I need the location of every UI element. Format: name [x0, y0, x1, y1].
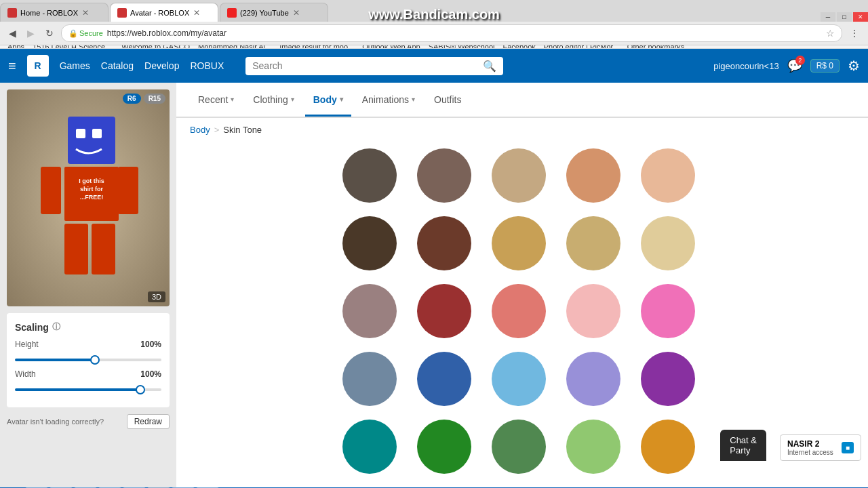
color-grid — [190, 148, 854, 474]
nav-robux-link[interactable]: ROBUX — [190, 60, 224, 71]
tab-home[interactable]: Home - ROBLOX ✕ — [0, 3, 108, 22]
color-swatch[interactable] — [492, 352, 546, 406]
svg-rect-10 — [92, 224, 115, 274]
color-swatch[interactable] — [342, 352, 397, 406]
tab-close-youtube[interactable]: ✕ — [293, 8, 300, 18]
svg-rect-2 — [92, 129, 102, 138]
extensions-button[interactable]: ⋮ — [846, 26, 863, 40]
tab-recent[interactable]: Recent ▾ — [190, 85, 242, 117]
color-swatch[interactable] — [566, 352, 620, 406]
tab-animations[interactable]: Animations ▾ — [354, 85, 423, 117]
color-swatch[interactable] — [566, 216, 620, 270]
breadcrumb-body-link[interactable]: Body — [190, 125, 210, 135]
browser-frame: www.Bandicam.com Home - ROBLOX ✕ Avatar … — [0, 0, 868, 488]
color-swatch[interactable] — [417, 284, 471, 338]
nav-develop-link[interactable]: Develop — [144, 60, 179, 71]
minimize-button[interactable]: ─ — [821, 12, 835, 22]
breadcrumb-current: Skin Tone — [223, 125, 262, 135]
robux-label: R$ 0 — [816, 61, 833, 70]
height-label: Height — [15, 340, 39, 349]
tab-title-home: Home - ROBLOX — [20, 9, 78, 17]
height-slider[interactable] — [15, 359, 161, 361]
redraw-button[interactable]: Redraw — [127, 414, 170, 429]
tab-avatar[interactable]: Avatar - ROBLOX ✕ — [110, 3, 218, 22]
roblox-logo-letter: R — [35, 60, 41, 71]
badge-r6[interactable]: R6 — [123, 94, 141, 104]
robux-balance[interactable]: R$ 0 — [810, 59, 840, 73]
color-swatch[interactable] — [641, 352, 695, 406]
avatar-svg: I got this shirt for ...FREE! — [27, 110, 149, 286]
color-swatch[interactable] — [342, 284, 397, 338]
color-swatch[interactable] — [342, 420, 397, 474]
search-input[interactable] — [252, 60, 479, 71]
height-value: 100% — [140, 340, 161, 349]
color-swatch[interactable] — [342, 148, 397, 203]
tab-favicon-home — [7, 8, 17, 18]
color-swatch[interactable] — [641, 420, 695, 474]
color-swatch[interactable] — [492, 420, 546, 474]
tab-outfits[interactable]: Outfits — [426, 85, 469, 117]
nav-search-box[interactable]: 🔍 — [245, 57, 503, 75]
color-swatch[interactable] — [492, 216, 546, 270]
tab-clothing[interactable]: Clothing ▾ — [245, 85, 302, 117]
color-swatch[interactable] — [492, 148, 546, 203]
tab-favicon-youtube — [227, 8, 237, 18]
bookmark-star-icon[interactable]: ☆ — [826, 28, 835, 39]
refresh-button[interactable]: ↻ — [42, 26, 57, 40]
tab-title-avatar: Avatar - ROBLOX — [130, 9, 189, 17]
scaling-title: Scaling ⓘ — [15, 321, 161, 333]
category-tabs: Recent ▾ Clothing ▾ Body ▾ Animations ▾ — [176, 83, 868, 118]
roblox-logo[interactable]: R — [27, 55, 49, 77]
tab-favicon-avatar — [117, 8, 127, 18]
nasir-status: Internet access — [787, 449, 833, 456]
tab-close-home[interactable]: ✕ — [82, 8, 89, 18]
svg-rect-8 — [118, 167, 138, 214]
color-swatch[interactable] — [417, 148, 471, 203]
animations-arrow-icon: ▾ — [412, 96, 415, 103]
color-swatch[interactable] — [417, 216, 471, 270]
color-swatch[interactable] — [641, 216, 695, 270]
nasir-online-button[interactable]: ■ — [842, 442, 854, 453]
hamburger-menu-icon[interactable]: ≡ — [8, 58, 16, 74]
main-content: R6 R15 I got this — [0, 83, 868, 487]
address-input[interactable]: 🔒 Secure https://web.roblox.com/my/avata… — [61, 24, 842, 42]
width-label: Width — [15, 369, 36, 379]
color-swatch[interactable] — [566, 284, 620, 338]
back-button[interactable]: ◀ — [5, 26, 20, 40]
color-swatch[interactable] — [641, 148, 695, 203]
chat-icon[interactable]: 💬 2 — [787, 58, 802, 73]
badge-r15[interactable]: R15 — [144, 94, 165, 104]
width-value: 100% — [140, 369, 161, 379]
search-button[interactable]: 🔍 — [483, 60, 496, 73]
color-swatch[interactable] — [492, 284, 546, 338]
color-swatch[interactable] — [417, 352, 471, 406]
info-icon[interactable]: ⓘ — [52, 321, 60, 333]
settings-icon[interactable]: ⚙ — [848, 58, 860, 74]
color-swatch[interactable] — [641, 284, 695, 338]
recent-arrow-icon: ▾ — [231, 96, 234, 103]
badge-3d: 3D — [148, 291, 165, 302]
color-swatch[interactable] — [566, 420, 620, 474]
nav-games-link[interactable]: Games — [60, 60, 90, 71]
color-swatch[interactable] — [566, 148, 620, 203]
breadcrumb: Body > Skin Tone — [176, 118, 868, 142]
nav-right-section: pigeoncourin<13 💬 2 R$ 0 ⚙ — [713, 58, 860, 74]
chat-party-panel[interactable]: Chat & Party — [720, 430, 766, 461]
svg-rect-1 — [76, 129, 85, 138]
color-swatch[interactable] — [417, 420, 471, 474]
avatar-badges: R6 R15 — [123, 94, 165, 104]
url-text: https://web.roblox.com/my/avatar — [107, 28, 226, 38]
forward-button[interactable]: ▶ — [24, 26, 38, 40]
roblox-app: ≡ R Games Catalog Develop ROBUX 🔍 pigeon… — [0, 49, 868, 487]
close-button[interactable]: ✕ — [853, 12, 868, 22]
breadcrumb-separator: > — [214, 125, 220, 135]
width-slider[interactable] — [15, 388, 161, 391]
avatar-preview: R6 R15 I got this — [7, 89, 170, 306]
tab-body[interactable]: Body ▾ — [305, 85, 351, 117]
clothing-arrow-icon: ▾ — [291, 96, 294, 103]
nav-catalog-link[interactable]: Catalog — [101, 60, 134, 71]
maximize-button[interactable]: □ — [837, 12, 852, 22]
tab-close-avatar[interactable]: ✕ — [193, 8, 200, 18]
color-swatch[interactable] — [342, 216, 397, 270]
tab-youtube[interactable]: (229) YouTube ✕ — [220, 3, 328, 22]
